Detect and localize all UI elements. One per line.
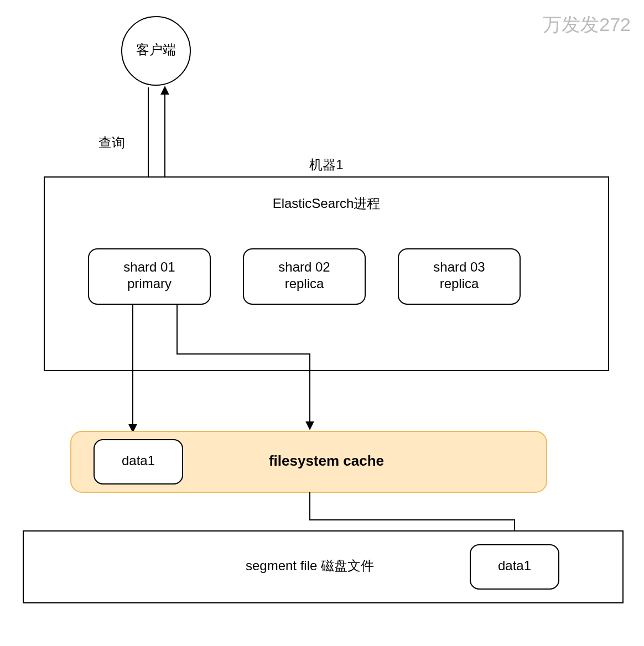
cache-title: filesystem cache [269, 452, 384, 469]
shard-01-line2: primary [127, 276, 172, 291]
cache-data-label: data1 [122, 453, 155, 468]
watermark-text: 万发发272 [543, 14, 631, 35]
shard-03-line2: replica [440, 276, 479, 291]
shard-03-line1: shard 03 [433, 259, 485, 274]
shard-02-line1: shard 02 [278, 259, 330, 274]
disk-data-label: data1 [498, 558, 531, 573]
client-label: 客户端 [136, 42, 176, 57]
query-label: 查询 [98, 135, 125, 150]
process-title: ElasticSearch进程 [273, 196, 381, 211]
machine-title: 机器1 [309, 157, 343, 172]
diagram-canvas: 万发发272 客户端 查询 机器1 ElasticSearch进程 shard … [0, 0, 644, 646]
shard-02-line2: replica [285, 276, 324, 291]
shard-01-line1: shard 01 [123, 259, 175, 274]
disk-title: segment file 磁盘文件 [246, 558, 374, 573]
